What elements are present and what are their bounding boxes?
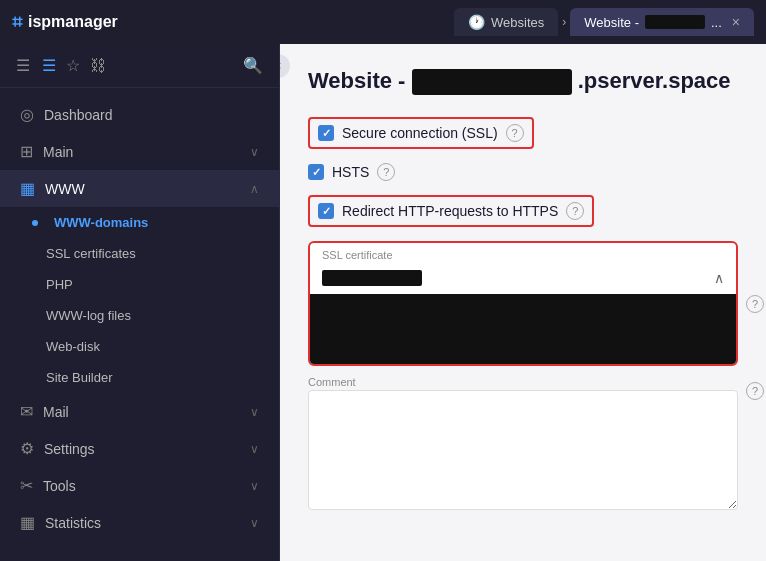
settings-chevron: ∨ [250, 442, 259, 456]
content-area: × Website - .pserver.space ✓ Secure conn… [280, 44, 766, 561]
hsts-check-mark: ✓ [312, 166, 321, 179]
nodes-icon[interactable]: ⛓ [90, 57, 106, 75]
statistics-chevron: ∨ [250, 516, 259, 530]
sidebar-item-ssl-label: SSL certificates [46, 246, 136, 261]
ssl-checkbox[interactable]: ✓ [318, 125, 334, 141]
settings-icon: ⚙ [20, 439, 34, 458]
breadcrumb-area: 🕐 Websites › Website - ... × [454, 8, 754, 36]
breadcrumb-redacted [645, 15, 705, 29]
hsts-row: ✓ HSTS ? [308, 163, 738, 181]
hsts-label: HSTS [332, 164, 369, 180]
sidebar-item-dashboard[interactable]: ◎ Dashboard [0, 96, 279, 133]
title-prefix: Website - [308, 68, 405, 93]
sidebar-item-site-builder-label: Site Builder [46, 370, 112, 385]
ssl-certificate-dropdown[interactable]: ∧ [310, 263, 736, 294]
ssl-cert-redacted [322, 270, 422, 286]
sidebar-item-dashboard-label: Dashboard [44, 107, 113, 123]
main-icon: ⊞ [20, 142, 33, 161]
breadcrumb-ellipsis: ... [711, 15, 722, 30]
www-chevron: ∧ [250, 182, 259, 196]
sidebar-item-main[interactable]: ⊞ Main ∨ [0, 133, 279, 170]
redirect-row: ✓ Redirect HTTP-requests to HTTPS ? [308, 195, 738, 227]
ssl-checkbox-wrapper[interactable]: ✓ Secure connection (SSL) [318, 125, 498, 141]
close-x-icon: × [280, 59, 282, 73]
sidebar-item-tools[interactable]: ✂ Tools ∨ [0, 467, 279, 504]
star-icon[interactable]: ☆ [66, 56, 80, 75]
dashboard-icon: ◎ [20, 105, 34, 124]
hsts-checkbox-wrapper[interactable]: ✓ HSTS [308, 164, 369, 180]
search-icon[interactable]: 🔍 [243, 56, 263, 75]
comment-label: Comment [308, 376, 738, 388]
tools-icon: ✂ [20, 476, 33, 495]
breadcrumb-website-label: Website - [584, 15, 639, 30]
ssl-cert-help-icon[interactable]: ? [746, 295, 764, 313]
breadcrumb-arrow: › [562, 15, 566, 29]
ssl-checkbox-label: Secure connection (SSL) [342, 125, 498, 141]
sidebar-item-ssl-certificates[interactable]: SSL certificates [0, 238, 279, 269]
sidebar-item-settings[interactable]: ⚙ Settings ∨ [0, 430, 279, 467]
comment-textarea[interactable] [308, 390, 738, 510]
hsts-help-text: ? [383, 166, 389, 178]
sidebar-icon-group: ☰ ☆ ⛓ [42, 56, 106, 75]
logo: ⌗ ispmanager [12, 12, 118, 33]
clock-icon: 🕐 [468, 14, 485, 30]
ssl-certificate-section[interactable]: SSL certificate ∧ [308, 241, 738, 366]
sidebar-item-site-builder[interactable]: Site Builder [0, 362, 279, 393]
redirect-checkbox-wrapper[interactable]: ✓ Redirect HTTP-requests to HTTPS [318, 203, 558, 219]
comment-help-icon[interactable]: ? [746, 382, 764, 400]
tools-chevron: ∨ [250, 479, 259, 493]
page-title: Website - .pserver.space [308, 68, 738, 95]
sidebar-item-www-log-label: WWW-log files [46, 308, 131, 323]
hsts-checkbox[interactable]: ✓ [308, 164, 324, 180]
redirect-highlighted-box: ✓ Redirect HTTP-requests to HTTPS ? [308, 195, 594, 227]
sidebar-item-php-label: PHP [46, 277, 73, 292]
sidebar-item-php[interactable]: PHP [0, 269, 279, 300]
sidebar-item-www-log-files[interactable]: WWW-log files [0, 300, 279, 331]
ssl-help-text: ? [512, 127, 518, 139]
list-view-icon[interactable]: ☰ [42, 56, 56, 75]
ssl-highlighted-box: ✓ Secure connection (SSL) ? [308, 117, 534, 149]
title-redacted [412, 69, 572, 95]
hsts-help-icon[interactable]: ? [377, 163, 395, 181]
logo-icon: ⌗ [12, 12, 22, 33]
sidebar: ☰ ☰ ☆ ⛓ 🔍 ◎ Dashboard ⊞ Main ∨ ▦ [0, 44, 280, 561]
sidebar-item-settings-label: Settings [44, 441, 95, 457]
dropdown-chevron-icon: ∧ [714, 270, 724, 286]
statistics-icon: ▦ [20, 513, 35, 532]
title-suffix: .pserver.space [578, 68, 731, 93]
breadcrumb-close-button[interactable]: × [732, 14, 740, 30]
ssl-expanded-content [310, 294, 736, 364]
top-bar: ⌗ ispmanager 🕐 Websites › Website - ... … [0, 0, 766, 44]
breadcrumb-website-tab[interactable]: Website - ... × [570, 8, 754, 36]
breadcrumb-websites-label: Websites [491, 15, 544, 30]
comment-section: Comment ? [308, 376, 738, 514]
ssl-certificate-value [322, 269, 714, 286]
sidebar-item-www[interactable]: ▦ WWW ∧ [0, 170, 279, 207]
redirect-checkbox[interactable]: ✓ [318, 203, 334, 219]
sidebar-item-tools-label: Tools [43, 478, 76, 494]
sidebar-nav: ◎ Dashboard ⊞ Main ∨ ▦ WWW ∧ WWW-domains… [0, 88, 279, 561]
redirect-help-icon[interactable]: ? [566, 202, 584, 220]
sidebar-item-www-label: WWW [45, 181, 85, 197]
content-scroll: Website - .pserver.space ✓ Secure connec… [280, 44, 766, 561]
sidebar-collapse-button[interactable]: ☰ [16, 56, 30, 75]
mail-icon: ✉ [20, 402, 33, 421]
sidebar-item-mail[interactable]: ✉ Mail ∨ [0, 393, 279, 430]
ssl-help-icon[interactable]: ? [506, 124, 524, 142]
ssl-check-mark: ✓ [322, 127, 331, 140]
ssl-cert-wrapper: SSL certificate ∧ ? [308, 241, 738, 366]
sidebar-header: ☰ ☰ ☆ ⛓ 🔍 [0, 44, 279, 88]
sidebar-item-web-disk-label: Web-disk [46, 339, 100, 354]
logo-text: ispmanager [28, 13, 118, 31]
ssl-row: ✓ Secure connection (SSL) ? [308, 117, 738, 149]
sidebar-item-web-disk[interactable]: Web-disk [0, 331, 279, 362]
ssl-certificate-label: SSL certificate [310, 243, 736, 263]
sidebar-item-statistics-label: Statistics [45, 515, 101, 531]
sidebar-item-main-label: Main [43, 144, 73, 160]
sidebar-item-www-domains-label: WWW-domains [54, 215, 148, 230]
sidebar-item-mail-label: Mail [43, 404, 69, 420]
sidebar-item-www-domains[interactable]: WWW-domains [0, 207, 279, 238]
breadcrumb-websites-tab[interactable]: 🕐 Websites [454, 8, 558, 36]
sidebar-item-statistics[interactable]: ▦ Statistics ∨ [0, 504, 279, 541]
redirect-check-mark: ✓ [322, 205, 331, 218]
